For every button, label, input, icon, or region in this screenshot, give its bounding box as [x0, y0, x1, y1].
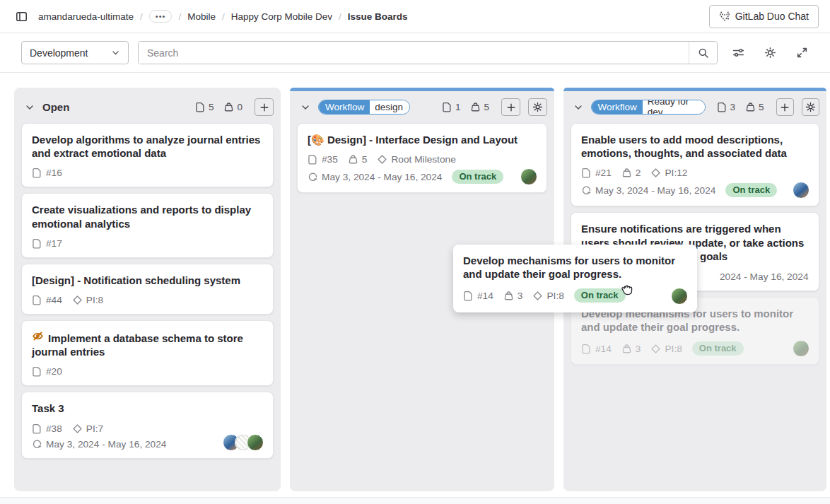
board-toolbar: Development	[0, 33, 830, 73]
issue-type-icon	[32, 295, 42, 305]
milestone-icon	[72, 423, 83, 434]
scoped-label[interactable]: WorkflowReady for dev	[591, 100, 706, 115]
column-collapse-chevron-icon[interactable]	[572, 100, 585, 115]
issue-card[interactable]: Implement a database schema to store jou…	[21, 320, 274, 386]
sidebar-toggle-icon[interactable]	[11, 6, 31, 26]
avatar[interactable]	[247, 434, 264, 451]
assignee-avatars	[797, 340, 809, 357]
breadcrumb-item[interactable]: amandarueda-ultimate	[38, 11, 134, 22]
issue-card[interactable]: Enable users to add mood descriptions, e…	[571, 123, 819, 206]
weight-count-icon	[470, 102, 481, 112]
issue-type-icon	[32, 238, 42, 249]
issue-weight: 2	[621, 168, 641, 178]
breadcrumb-separator: /	[222, 11, 225, 22]
board-switcher-dropdown[interactable]: Development	[21, 41, 129, 64]
breadcrumb-item[interactable]: Happy Corp Mobile Dev	[231, 11, 332, 22]
issue-reference[interactable]: #16	[32, 168, 62, 178]
issue-board: Open50Develop algorithms to analyze jour…	[0, 73, 830, 491]
card-meta-row: #17	[32, 238, 263, 249]
milestone-icon	[650, 344, 661, 354]
issue-card[interactable]: Create visualizations and reports to dis…	[21, 193, 274, 257]
card-meta-row: #143PI:8On track	[463, 288, 687, 303]
card-title: Implement a database schema to store jou…	[32, 330, 263, 358]
column-settings-gear-icon[interactable]	[802, 98, 819, 116]
issue-reference[interactable]: #38	[32, 423, 62, 434]
avatar[interactable]	[793, 340, 809, 357]
scoped-label[interactable]: Workflowdesign	[318, 100, 410, 115]
top-bar: amandarueda-ultimate/•••/Mobile/Happy Co…	[0, 0, 830, 33]
breadcrumb: amandarueda-ultimate/•••/Mobile/Happy Co…	[38, 10, 408, 23]
card-meta-row: #44PI:8	[32, 295, 263, 305]
card-meta-row: #16	[32, 168, 263, 178]
expand-fullscreen-icon[interactable]	[790, 42, 813, 64]
search-input[interactable]	[139, 42, 689, 64]
weight-icon	[621, 344, 632, 354]
issue-weight: 5	[348, 154, 368, 165]
card-title: Create visualizations and reports to dis…	[32, 203, 263, 230]
card-dates-fragment: 2024 - May 16, 2024	[720, 271, 809, 282]
column-settings-gear-icon[interactable]	[528, 98, 547, 116]
issue-card[interactable]: Task 3#38PI:7May 3, 2024 - May 16, 2024	[21, 392, 274, 458]
issue-reference[interactable]: #35	[308, 154, 338, 165]
column-issue-count: 5	[195, 102, 214, 112]
breadcrumb-item[interactable]: Issue Boards	[348, 11, 408, 22]
breadcrumb-separator: /	[339, 11, 341, 22]
add-issue-button[interactable]	[501, 98, 520, 116]
card-title-fragment: goals	[700, 250, 809, 263]
column-collapse-chevron-icon[interactable]	[23, 100, 37, 115]
breadcrumb-item[interactable]: Mobile	[187, 11, 216, 22]
issue-milestone: PI:12	[650, 168, 687, 178]
health-status-badge: On track	[574, 288, 626, 303]
gitlab-duo-chat-button[interactable]: GitLab Duo Chat	[709, 5, 819, 28]
confidential-eye-off-icon	[32, 330, 44, 342]
card-dates-row: May 3, 2024 - May 16, 2024On track	[308, 170, 537, 184]
column-collapse-chevron-icon[interactable]	[298, 100, 312, 115]
issue-card[interactable]: [🎨 Design] - Interface Design and Layout…	[297, 123, 547, 193]
column-issue-count: 3	[717, 102, 736, 112]
issue-reference[interactable]: #44	[32, 295, 62, 305]
card-meta-row: #38PI:7	[32, 423, 263, 434]
issue-reference[interactable]: #20	[32, 366, 62, 377]
card-meta-row: #212PI:12	[581, 168, 809, 178]
gear-icon[interactable]	[759, 42, 781, 64]
card-meta-row: #143PI:8On track	[581, 341, 809, 356]
weight-icon	[621, 168, 632, 178]
issue-reference[interactable]: #17	[32, 238, 62, 249]
column-weight-count: 5	[745, 102, 764, 112]
avatar[interactable]	[671, 288, 688, 305]
milestone-icon	[72, 295, 83, 305]
weight-count-icon	[223, 102, 234, 112]
health-status-badge: On track	[725, 183, 777, 197]
column-weight-count: 0	[223, 102, 242, 112]
column-issue-count: 1	[442, 102, 461, 112]
issue-count-icon	[717, 102, 727, 112]
board-config-sliders-icon[interactable]	[727, 42, 749, 64]
add-issue-button[interactable]	[255, 98, 274, 116]
card-title: [Design] - Notification scheduling syste…	[32, 274, 263, 287]
issue-reference[interactable]: #14	[463, 291, 493, 301]
issue-reference[interactable]: #14	[581, 344, 612, 354]
page-bottom-strip	[0, 497, 830, 504]
scoped-label-value: Ready for dev	[643, 100, 705, 114]
issue-type-icon	[581, 344, 592, 354]
breadcrumb-ellipsis-button[interactable]: •••	[149, 10, 173, 23]
assignee-avatars	[228, 434, 264, 451]
breadcrumb-separator: /	[178, 11, 181, 22]
chevron-down-icon	[111, 48, 120, 57]
issue-milestone: PI:8	[72, 295, 103, 305]
issue-type-icon	[581, 168, 592, 178]
column-title: Open	[42, 101, 69, 113]
avatar[interactable]	[520, 168, 537, 185]
issue-weight: 3	[503, 291, 523, 301]
dragged-issue-card[interactable]: Develop mechanisms for users to monitor …	[453, 245, 697, 312]
assignee-avatars	[525, 168, 537, 185]
search-icon[interactable]	[689, 42, 717, 64]
avatar[interactable]	[793, 182, 809, 199]
issue-card[interactable]: Develop algorithms to analyze journal en…	[21, 123, 274, 187]
issue-reference[interactable]: #21	[581, 168, 612, 178]
card-title: Develop mechanisms for users to monitor …	[463, 254, 687, 281]
add-issue-button[interactable]	[776, 98, 794, 116]
issue-card[interactable]: [Design] - Notification scheduling syste…	[21, 264, 274, 315]
issue-milestone: PI:8	[532, 291, 563, 301]
issue-type-icon	[463, 291, 474, 301]
